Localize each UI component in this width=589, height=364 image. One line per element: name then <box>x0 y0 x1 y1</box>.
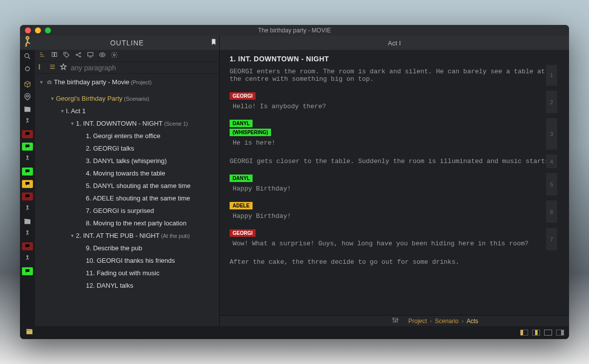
svg-point-2 <box>25 67 29 71</box>
close-icon[interactable] <box>25 27 31 33</box>
svg-point-18 <box>79 52 80 53</box>
script-block[interactable]: 4GEORGI gets closer to the table. Sudden… <box>230 155 559 168</box>
line-number: 5 <box>546 173 557 195</box>
character-paren: (WHISPERING) <box>230 129 271 136</box>
tree-beat[interactable]: 12. DANYL talks <box>35 279 219 292</box>
tree-beat[interactable]: 9. Describe the pub <box>35 242 219 254</box>
gear-icon[interactable] <box>111 51 118 60</box>
share-icon[interactable] <box>75 51 82 60</box>
layout-left-button[interactable] <box>520 330 528 336</box>
tree-beat[interactable]: 8. Moving to the next party location <box>35 217 219 229</box>
chat-green3-icon[interactable] <box>20 265 35 277</box>
lines-icon[interactable] <box>49 63 56 72</box>
script-block[interactable]: 5DANYLHappy Birthday! <box>230 173 559 195</box>
layout-center-button[interactable] <box>532 330 540 336</box>
tree-beat[interactable]: 4. Moving towards the table <box>35 167 219 180</box>
script-body[interactable]: 1GEORGI enters the room. The room is dar… <box>220 65 569 315</box>
svg-rect-24 <box>39 66 40 67</box>
monitor-icon[interactable] <box>87 51 94 60</box>
running5-icon[interactable] <box>20 227 35 240</box>
line-number: 1 <box>546 65 557 86</box>
cube-icon[interactable] <box>20 78 35 90</box>
breadcrumb: Project › Scenario › Acts <box>404 316 569 326</box>
running3-icon[interactable] <box>20 153 35 165</box>
tree-beat[interactable]: 11. Fading out with music <box>35 267 219 279</box>
rail-running-icon[interactable] <box>20 36 35 50</box>
bookmark-icon[interactable] <box>210 37 217 49</box>
outline-tree: ▼ The birthday party - Movie (Project) ▼… <box>35 74 219 326</box>
tag-icon[interactable] <box>63 51 70 60</box>
tree-scene2[interactable]: ▼ 2. INT. AT THE PUB - NIGHT (At the pub… <box>35 229 219 242</box>
pin-icon[interactable] <box>20 90 35 103</box>
tree-beat[interactable]: 2. GEORGI talks <box>35 142 219 155</box>
tree-beat[interactable]: 6. ADELE shouting at the same time <box>35 192 219 204</box>
search-icon[interactable] <box>20 50 35 62</box>
script-block[interactable]: 3DANYL(WHISPERING)He is here! <box>230 118 559 150</box>
svg-point-9 <box>28 182 29 183</box>
chat-green-icon[interactable] <box>20 140 35 153</box>
book-icon[interactable] <box>51 51 58 60</box>
tree-beat[interactable]: 10. GEORGI thanks his friends <box>35 254 219 267</box>
script-block[interactable]: 2GEORGIHello! Is anybody there? <box>230 91 559 113</box>
line-number: 3 <box>546 118 557 150</box>
character-tag: GEORGI <box>230 229 256 237</box>
chat-yellow-icon[interactable] <box>20 178 35 190</box>
tree-scene1[interactable]: ▼ 1. INT. DOWNTOWN - NIGHT (Scene 1) <box>35 117 219 130</box>
running6-icon[interactable] <box>20 252 35 265</box>
character-tag: DANYL <box>230 120 253 127</box>
outline-panel: OUTLINE ▼ <box>35 36 220 326</box>
circle-icon[interactable] <box>20 62 35 75</box>
line-number: 6 <box>546 200 557 223</box>
svg-point-4 <box>27 118 28 120</box>
left-rail <box>20 36 35 326</box>
svg-point-1 <box>25 53 29 57</box>
tree-beat[interactable]: 5. DANYL shouting at the same time <box>35 180 219 192</box>
minimize-icon[interactable] <box>35 27 41 33</box>
footer <box>20 326 569 339</box>
running2-icon[interactable] <box>20 115 35 128</box>
tree-project[interactable]: ▼ The birthday party - Movie (Project) <box>35 76 219 88</box>
layout-full-button[interactable] <box>544 330 552 336</box>
outline-toolbar <box>35 50 219 62</box>
layout-right-button[interactable] <box>556 330 564 336</box>
sliders-icon[interactable] <box>391 316 399 326</box>
script-block[interactable]: 6ADELEHappy Birthday! <box>230 200 559 223</box>
tree-scenario[interactable]: ▼ Georgi's Birthday Party (Scenario) <box>35 92 219 105</box>
dialogue-text: He is here! <box>233 136 559 150</box>
bc-scenario[interactable]: Scenario <box>435 318 458 325</box>
chat-red2-icon[interactable] <box>20 190 35 202</box>
svg-point-27 <box>49 82 50 83</box>
bc-acts[interactable]: Acts <box>467 318 478 325</box>
search-input[interactable] <box>71 64 216 72</box>
star-icon[interactable] <box>60 63 67 72</box>
line-number: 7 <box>546 228 557 250</box>
svg-point-13 <box>28 244 29 245</box>
clapper2-icon[interactable] <box>20 215 35 227</box>
maximize-icon[interactable] <box>45 27 51 33</box>
app-window: The birthday party - MOVIE <box>20 25 569 339</box>
outline-title: OUTLINE <box>110 39 144 47</box>
chat-red-icon[interactable] <box>20 128 35 140</box>
script-block[interactable]: After the cake, the three decide to go o… <box>230 255 559 269</box>
action-text: GEORGI gets closer to the table. Suddenl… <box>230 155 559 168</box>
running4-icon[interactable] <box>20 202 35 215</box>
bc-project[interactable]: Project <box>408 318 427 325</box>
tree-expand-icon[interactable] <box>39 51 46 60</box>
svg-point-11 <box>27 205 28 207</box>
script-block[interactable]: 7GEORGIWow! What a surprise! Guys, how l… <box>230 228 559 250</box>
script-panel: Act I 1. INT. DOWNTOWN - NIGHT 1GEORGI e… <box>220 36 569 326</box>
clapper-footer-icon[interactable] <box>25 328 34 338</box>
list-icon[interactable] <box>38 63 45 72</box>
tree-act1[interactable]: ▼ I. Act 1 <box>35 105 219 117</box>
tree-beat[interactable]: 3. DANYL talks (whispering) <box>35 155 219 167</box>
dialogue-text: Wow! What a surprise! Guys, how long hav… <box>233 237 559 250</box>
script-block[interactable]: 1GEORGI enters the room. The room is dar… <box>230 65 559 86</box>
window-title: The birthday party - MOVIE <box>20 27 569 34</box>
tree-beat[interactable]: 7. GEORGI is surprised <box>35 204 219 217</box>
chat-green2-icon[interactable] <box>20 165 35 178</box>
clapper-icon[interactable] <box>20 103 35 115</box>
tree-beat[interactable]: 1. Georgi enters the office <box>35 130 219 142</box>
act-header: Act I <box>220 36 569 50</box>
chat-red3-icon[interactable] <box>20 240 35 252</box>
eye-icon[interactable] <box>99 51 106 60</box>
